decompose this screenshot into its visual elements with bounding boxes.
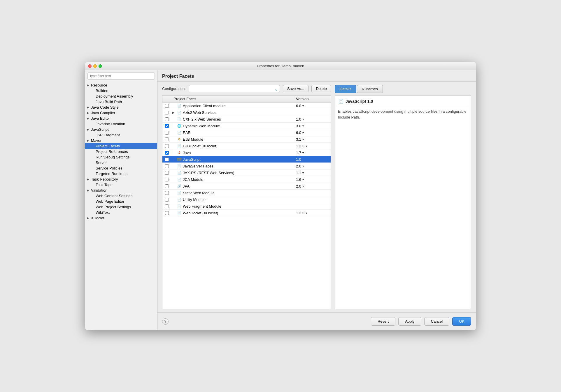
- sidebar-item-xdoclet[interactable]: ▶XDoclet: [85, 215, 157, 221]
- maximize-button[interactable]: [99, 64, 102, 68]
- sidebar-item-validation[interactable]: ▶Validation: [85, 188, 157, 193]
- sidebar-item-task-tags[interactable]: Task Tags: [85, 182, 157, 188]
- version-dropdown-icon[interactable]: ▾: [306, 211, 307, 215]
- sidebar-item-web-content-settings[interactable]: Web Content Settings: [85, 193, 157, 199]
- expand-arrow-icon: ▶: [87, 84, 91, 87]
- tab-details[interactable]: Details: [335, 85, 356, 93]
- sidebar-item-web-page-editor[interactable]: Web Page Editor: [85, 199, 157, 204]
- tab-runtimes[interactable]: Runtimes: [357, 85, 383, 93]
- expand-arrow-icon: ▶: [87, 216, 91, 220]
- sidebar-item-wikitext[interactable]: WikiText: [85, 210, 157, 215]
- facet-row[interactable]: 📄JAX-RS (REST Web Services)1.1▾: [162, 169, 331, 176]
- revert-button[interactable]: Revert: [371, 317, 395, 326]
- sidebar-item-java-compiler[interactable]: ▶Java Compiler: [85, 110, 157, 116]
- sidebar-item-builders[interactable]: Builders: [85, 88, 157, 93]
- facet-row[interactable]: 📄Static Web Module: [162, 190, 331, 196]
- sidebar-item-resource[interactable]: ▶Resource: [85, 82, 157, 88]
- facet-checkbox[interactable]: [165, 178, 169, 181]
- facet-row[interactable]: 📄EJBDoclet (XDoclet)1.2.3▾: [162, 143, 331, 149]
- facet-checkbox[interactable]: [165, 171, 169, 175]
- facet-check-cell: [162, 151, 171, 155]
- version-dropdown-icon[interactable]: ▾: [302, 131, 304, 134]
- facet-check-cell: [162, 184, 171, 188]
- version-dropdown-icon[interactable]: ▾: [302, 124, 304, 128]
- facet-row[interactable]: JJava1.7▾: [162, 149, 331, 156]
- version-dropdown-icon[interactable]: ▾: [302, 118, 304, 121]
- sidebar-item-deployment-assembly[interactable]: Deployment Assembly: [85, 93, 157, 99]
- sidebar-item-project-references[interactable]: Project References: [85, 149, 157, 154]
- facet-checkbox[interactable]: [165, 164, 169, 168]
- facet-checkbox[interactable]: [165, 198, 169, 202]
- close-button[interactable]: [88, 64, 92, 68]
- save-as-button[interactable]: Save As...: [283, 85, 309, 92]
- sidebar-item-label: JavaScript: [91, 127, 109, 132]
- version-dropdown-icon[interactable]: ▾: [302, 165, 304, 168]
- sidebar-item-label: JSP Fragment: [96, 133, 120, 137]
- sidebar-item-targeted-runtimes[interactable]: Targeted Runtimes: [85, 171, 157, 176]
- sidebar-item-maven[interactable]: ▶Maven: [85, 138, 157, 143]
- facet-checkbox[interactable]: [165, 117, 169, 121]
- sidebar-item-server[interactable]: Server: [85, 160, 157, 165]
- version-dropdown-icon[interactable]: ▾: [302, 185, 304, 188]
- sidebar-item-task-repository[interactable]: ▶Task Repository: [85, 176, 157, 182]
- facet-name-cell: 📄Static Web Module: [171, 190, 296, 195]
- apply-button[interactable]: Apply: [398, 317, 421, 326]
- facet-checkbox[interactable]: [165, 131, 169, 135]
- sidebar-item-label: Task Tags: [96, 183, 113, 187]
- sidebar-item-javadoc-location[interactable]: Javadoc Location: [85, 121, 157, 127]
- facet-checkbox[interactable]: [165, 191, 169, 195]
- facet-checkbox[interactable]: [165, 111, 169, 114]
- version-dropdown-icon[interactable]: ▾: [302, 138, 304, 141]
- sidebar-item-web-project-settings[interactable]: Web Project Settings: [85, 204, 157, 210]
- facet-check-cell: [162, 117, 171, 121]
- ok-button[interactable]: OK: [452, 317, 471, 326]
- facet-name-cell: 📄WebDoclet (XDoclet): [171, 211, 296, 215]
- facet-checkbox[interactable]: [165, 151, 169, 155]
- sidebar-item-run-debug-settings[interactable]: Run/Debug Settings: [85, 154, 157, 160]
- sidebar-item-javascript[interactable]: ▶JavaScript: [85, 127, 157, 132]
- facet-row[interactable]: 📄Application Client module6.0▾: [162, 103, 331, 109]
- facet-checkbox[interactable]: [165, 104, 169, 108]
- sidebar-item-java-code-style[interactable]: ▶Java Code Style: [85, 105, 157, 110]
- facet-checkbox[interactable]: [165, 204, 169, 208]
- facet-name-cell: 📄JAX-RS (REST Web Services): [171, 170, 296, 175]
- facet-checkbox[interactable]: [165, 144, 169, 148]
- sidebar-item-project-facets[interactable]: Project Facets: [85, 143, 157, 149]
- facet-row[interactable]: 📄JavaServer Faces2.0▾: [162, 163, 331, 169]
- facet-checkbox[interactable]: [165, 137, 169, 141]
- facets-table-body: 📄Application Client module6.0▾▶📄Axis2 We…: [162, 103, 331, 309]
- facet-row[interactable]: ⌨JavaScript1.0: [162, 156, 331, 163]
- config-select[interactable]: [189, 85, 280, 92]
- facet-row[interactable]: 📄Utility Module: [162, 196, 331, 203]
- version-dropdown-icon[interactable]: ▾: [302, 171, 304, 174]
- facet-version-cell: 1.2.3▾: [296, 144, 331, 148]
- delete-button[interactable]: Delete: [311, 85, 331, 92]
- facet-row[interactable]: 🌐Dynamic Web Module3.0▾: [162, 123, 331, 129]
- version-dropdown-icon[interactable]: ▾: [302, 104, 304, 107]
- facet-row[interactable]: ▶📄Axis2 Web Services: [162, 109, 331, 116]
- facet-checkbox[interactable]: [165, 184, 169, 188]
- facet-name-cell: 📄Web Fragment Module: [171, 204, 296, 209]
- expand-arrow-icon: ▶: [87, 128, 91, 131]
- facet-row[interactable]: 📄Web Fragment Module: [162, 203, 331, 210]
- facet-row[interactable]: 🔗JPA2.0▾: [162, 183, 331, 190]
- sidebar-item-java-editor[interactable]: ▶Java Editor: [85, 116, 157, 121]
- facet-row[interactable]: 📄CXF 2.x Web Services1.0▾: [162, 116, 331, 123]
- facet-checkbox[interactable]: [165, 211, 169, 215]
- version-dropdown-icon[interactable]: ▾: [302, 151, 304, 154]
- sidebar-item-java-build-path[interactable]: Java Build Path: [85, 99, 157, 105]
- facet-checkbox[interactable]: [165, 158, 169, 161]
- facet-row[interactable]: 📄WebDoclet (XDoclet)1.2.3▾: [162, 210, 331, 216]
- version-dropdown-icon[interactable]: ▾: [302, 178, 304, 181]
- facet-checkbox[interactable]: [165, 124, 169, 128]
- search-input[interactable]: [87, 73, 155, 80]
- facet-row[interactable]: ⚙EJB Module3.1▾: [162, 136, 331, 143]
- cancel-button[interactable]: Cancel: [424, 317, 449, 326]
- sidebar-item-service-policies[interactable]: Service Policies: [85, 165, 157, 171]
- facet-row[interactable]: 📄EAR6.0▾: [162, 129, 331, 136]
- version-dropdown-icon[interactable]: ▾: [306, 144, 307, 148]
- sidebar-item-jsp-fragment[interactable]: JSP Fragment: [85, 132, 157, 138]
- help-button[interactable]: ?: [162, 318, 169, 325]
- facet-row[interactable]: 📄JCA Module1.6▾: [162, 176, 331, 183]
- minimize-button[interactable]: [93, 64, 97, 68]
